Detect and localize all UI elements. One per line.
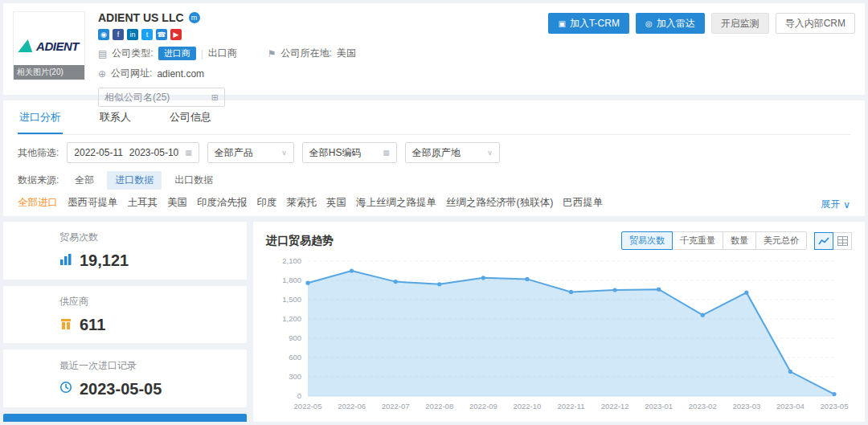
adient-logo: ADIENT <box>19 39 79 53</box>
region-tab-莱索托[interactable]: 莱索托 <box>287 197 317 208</box>
region-tab-row: 全部进口墨西哥提单土耳其美国印度洽先报印度莱索托英国海上丝绸之路提单丝绸之路经济… <box>18 196 850 210</box>
bar-chart-icon <box>59 253 72 269</box>
trade-count-card[interactable]: 贸易次数 19,121 <box>3 222 247 280</box>
metric-toggle-千克重量[interactable]: 千克重量 <box>672 231 723 250</box>
source-option-进口数据[interactable]: 进口数据 <box>107 171 162 190</box>
metric-toggle-美元总价[interactable]: 美元总价 <box>755 231 807 250</box>
adient-logo-text: ADIENT <box>36 39 79 53</box>
last-import-value: 2023-05-05 <box>80 380 162 398</box>
related-images-label[interactable]: 相关图片(20) <box>14 65 84 80</box>
region-tab-印度[interactable]: 印度 <box>257 197 277 208</box>
company-type-label: 公司类型: <box>112 47 153 60</box>
other-filter-row: 其他筛选: 2022-05-11 2023-05-10 ▦ 全部产品 ∨ 全部H… <box>18 142 850 163</box>
last-import-card[interactable]: 最近一次进口记录 2023-05-05 <box>3 349 247 407</box>
origin-filter-select[interactable]: 全部原产地 ∨ <box>405 142 500 163</box>
company-name: ADIENT US LLC <box>98 11 184 24</box>
add-tcrm-button[interactable]: ▣ 加入T-CRM <box>548 13 628 34</box>
phone-icon[interactable]: ☎ <box>156 29 167 40</box>
svg-text:2023-02: 2023-02 <box>689 402 717 411</box>
svg-text:2022-12: 2022-12 <box>601 402 629 411</box>
main-content: 贸易次数 19,121 供应商 611 最近一次进口记录 <box>3 222 865 422</box>
hs-code-filter-select[interactable]: 全部HS编码 ▦ <box>302 142 397 163</box>
product-filter-select[interactable]: 全部产品 ∨ <box>207 142 294 163</box>
region-tab-丝绸之路经济带(独联体)[interactable]: 丝绸之路经济带(独联体) <box>446 197 553 208</box>
svg-text:2022-09: 2022-09 <box>469 402 497 411</box>
chart-controls: 贸易次数千克重量数量美元总价 <box>621 231 852 250</box>
crm-icon: ▣ <box>558 19 565 28</box>
source-option-全部[interactable]: 全部 <box>67 171 102 190</box>
svg-text:2022-08: 2022-08 <box>425 402 453 411</box>
page: ADIENT 相关图片(20) ADIENT US LLC m ◉ f in t… <box>0 0 868 425</box>
globe-icon: ⊕ <box>98 68 106 80</box>
trend-chart-svg: 03006009001,2001,5001,8002,1002022-05202… <box>266 250 849 415</box>
start-monitor-button[interactable]: 开启监测 <box>711 13 769 34</box>
other-filter-label: 其他筛选: <box>18 146 59 160</box>
bottom-accent-bar <box>3 414 247 422</box>
facebook-icon[interactable]: f <box>113 29 124 40</box>
company-logo[interactable]: ADIENT 相关图片(20) <box>13 11 85 80</box>
region-tabs: 全部进口墨西哥提单土耳其美国印度洽先报印度莱索托英国海上丝绸之路提单丝绸之路经济… <box>18 196 612 210</box>
data-source-options: 全部进口数据出口数据 <box>67 171 221 190</box>
region-tab-印度洽先报[interactable]: 印度洽先报 <box>197 197 248 208</box>
supplier-card[interactable]: 供应商 611 <box>3 286 247 344</box>
company-header: ADIENT 相关图片(20) ADIENT US LLC m ◉ f in t… <box>3 3 865 95</box>
chart-title: 进口贸易趋势 <box>266 234 334 248</box>
region-tab-土耳其[interactable]: 土耳其 <box>128 197 158 208</box>
linkedin-icon[interactable]: in <box>127 29 138 40</box>
tab-进口分析[interactable]: 进口分析 <box>18 100 63 134</box>
svg-text:600: 600 <box>289 353 301 362</box>
region-tab-巴西提单[interactable]: 巴西提单 <box>563 197 603 208</box>
svg-text:900: 900 <box>289 333 301 342</box>
date-to: 2023-05-10 <box>129 147 178 158</box>
exporter-tag[interactable]: 出口商 <box>208 47 237 60</box>
svg-text:1,200: 1,200 <box>282 314 301 323</box>
region-tab-全部进口[interactable]: 全部进口 <box>18 197 58 208</box>
region-tab-英国[interactable]: 英国 <box>326 197 346 208</box>
svg-text:1,500: 1,500 <box>282 295 301 304</box>
metric-toggle-数量[interactable]: 数量 <box>723 231 756 250</box>
trend-chart-card: 进口贸易趋势 贸易次数千克重量数量美元总价 03006009001,2001,5… <box>253 222 865 422</box>
calendar-icon: ▦ <box>185 149 192 157</box>
trend-chart[interactable]: 03006009001,2001,5001,8002,1002022-05202… <box>266 250 852 415</box>
tabs-and-filters: 进口分析联系人公司信息 其他筛选: 2022-05-11 2023-05-10 … <box>3 100 865 216</box>
svg-text:2023-05: 2023-05 <box>821 402 849 411</box>
svg-text:2022-10: 2022-10 <box>513 402 541 411</box>
website-link[interactable]: adient.com <box>157 68 204 80</box>
line-chart-view-button[interactable] <box>814 232 833 250</box>
header-actions: ▣ 加入T-CRM ◎ 加入雷达 开启监测 导入内部CRM <box>548 13 855 34</box>
youtube-icon[interactable]: ▶ <box>170 29 182 40</box>
region-tab-墨西哥提单[interactable]: 墨西哥提单 <box>68 197 118 208</box>
import-internal-crm-button[interactable]: 导入内部CRM <box>776 13 855 34</box>
date-from: 2022-05-11 <box>74 147 123 158</box>
stats-column: 贸易次数 19,121 供应商 611 最近一次进口记录 <box>3 222 247 422</box>
region-tab-海上丝绸之路提单[interactable]: 海上丝绸之路提单 <box>356 197 436 208</box>
twitter-icon[interactable]: t <box>141 29 153 40</box>
chart-view-switch <box>815 232 852 250</box>
add-radar-button[interactable]: ◎ 加入雷达 <box>636 13 705 34</box>
source-option-出口数据[interactable]: 出口数据 <box>166 171 221 190</box>
chevron-down-icon: ∨ <box>281 149 287 157</box>
svg-text:0: 0 <box>297 391 301 400</box>
chevron-down-icon: ∨ <box>843 199 850 210</box>
data-source-label: 数据来源: <box>18 174 59 187</box>
clock-icon <box>59 381 72 397</box>
verified-badge-icon: m <box>189 12 200 23</box>
importer-tag[interactable]: 进口商 <box>158 47 196 60</box>
similar-company-input[interactable]: 相似公司名(25) ⊞ <box>98 88 225 107</box>
similar-company-value: 相似公司名(25) <box>104 91 170 104</box>
last-import-label: 最近一次进口记录 <box>59 359 247 373</box>
region-tab-美国[interactable]: 美国 <box>167 197 187 208</box>
adient-logo-triangle-icon <box>18 39 35 52</box>
table-view-button[interactable] <box>833 232 852 250</box>
trade-count-value: 19,121 <box>80 251 129 270</box>
svg-text:2023-03: 2023-03 <box>732 402 760 411</box>
weibo-icon[interactable]: ◉ <box>98 29 109 40</box>
date-range-picker[interactable]: 2022-05-11 2023-05-10 ▦ <box>67 142 199 163</box>
expand-link[interactable]: 展开 ∨ <box>821 198 850 211</box>
svg-text:2022-05: 2022-05 <box>294 402 322 411</box>
location-icon: ⚑ <box>268 48 276 59</box>
chevron-down-icon: ∨ <box>487 149 493 157</box>
metric-toggle-贸易次数[interactable]: 贸易次数 <box>621 231 673 250</box>
svg-text:2023-04: 2023-04 <box>776 402 805 411</box>
hs-list-icon: ▦ <box>383 149 390 157</box>
